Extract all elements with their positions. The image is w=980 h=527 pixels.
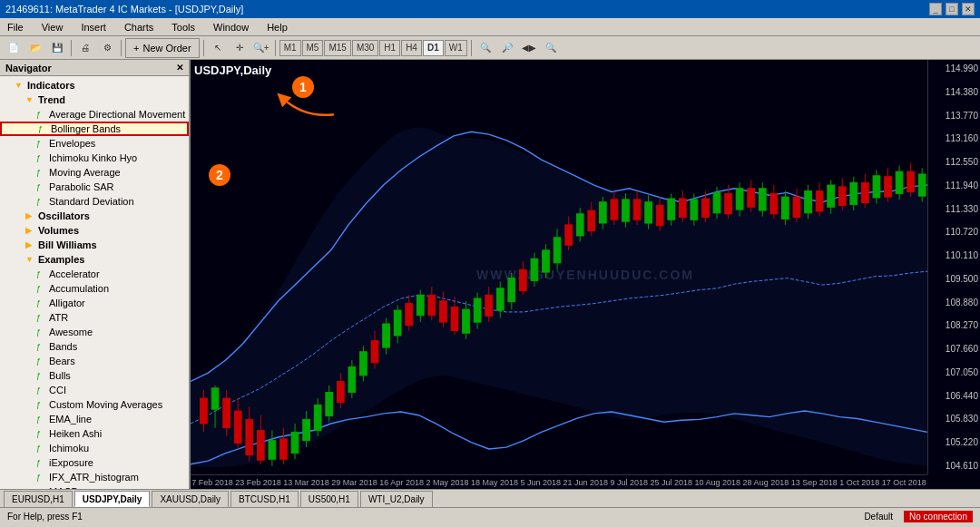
arrow-tool[interactable]: ↖	[208, 38, 228, 58]
svg-rect-39	[416, 295, 424, 315]
svg-rect-125	[907, 171, 915, 191]
nav-awesome[interactable]: ƒ Awesome	[0, 325, 189, 339]
nav-tree[interactable]: ▼ Indicators ▼ Trend ƒ Average Direction…	[0, 76, 189, 489]
svg-rect-21	[314, 405, 321, 431]
nav-oscillators-folder[interactable]: ▶ Oscillators	[0, 209, 189, 223]
nav-examples-folder[interactable]: ▼ Examples	[0, 252, 189, 267]
tf-h4[interactable]: H4	[401, 40, 422, 56]
open-button[interactable]: 📂	[25, 38, 45, 58]
nav-bollinger-bands[interactable]: ƒ Bollinger Bands	[0, 122, 189, 136]
nav-accumulation[interactable]: ƒ Accumulation	[0, 281, 189, 296]
date-12: 28 Aug 2018	[743, 478, 789, 487]
tab-wti[interactable]: WTI_U2,Daily	[360, 491, 433, 507]
nav-ema[interactable]: ƒ EMA_line	[0, 412, 189, 426]
tf-d1[interactable]: D1	[423, 40, 444, 56]
folder-icon-ex: ▼	[25, 255, 34, 264]
nav-envelopes[interactable]: ƒ Envelopes	[0, 136, 189, 151]
tab-eurusd[interactable]: EURUSD,H1	[4, 491, 73, 507]
zoom-in-chart[interactable]: 🔍	[475, 38, 495, 58]
svg-rect-1	[201, 398, 208, 424]
nav-ichi2-label: Ichimoku	[49, 443, 89, 454]
chart-svg[interactable]	[191, 60, 927, 474]
window-controls[interactable]: _ □ ✕	[929, 3, 975, 15]
date-4: 16 Apr 2018	[379, 478, 424, 487]
nav-billwilliams-folder[interactable]: ▶ Bill Williams	[0, 238, 189, 252]
price-label-2: 114.380	[930, 87, 978, 97]
nav-trend-folder[interactable]: ▼ Trend	[0, 93, 189, 107]
new-button[interactable]: 📄	[4, 38, 24, 58]
ind-icon-awe: ƒ	[36, 327, 45, 337]
config-button[interactable]: ⚙	[97, 38, 117, 58]
nav-cma[interactable]: ƒ Custom Moving Averages	[0, 397, 189, 412]
toolbar: 📄 📂 💾 🖨 ⚙ + New Order ↖ ✛ 🔍+ M1 M5 M15 M…	[0, 36, 980, 60]
title-bar: 21469611: MetaTrader 4 IC Markets - [USD…	[0, 0, 980, 18]
chart-date-axis: 7 Feb 2018 23 Feb 2018 13 Mar 2018 29 Ma…	[191, 474, 927, 489]
svg-rect-15	[280, 439, 288, 459]
chart-scroll[interactable]: ◀▶	[519, 38, 539, 58]
svg-rect-81	[656, 205, 663, 225]
nav-ifx[interactable]: ƒ IFX_ATR_histogram	[0, 470, 189, 484]
folder-icon-osc: ▶	[25, 211, 34, 220]
zoom-in-tool[interactable]: 🔍+	[251, 38, 271, 58]
indicator-icon-env: ƒ	[36, 139, 45, 148]
nav-heiken[interactable]: ƒ Heiken Ashi	[0, 426, 189, 441]
nav-bulls[interactable]: ƒ Bulls	[0, 368, 189, 383]
search-button[interactable]: 🔍	[541, 38, 561, 58]
menu-window[interactable]: Window	[210, 22, 252, 33]
nav-sar-label: Parabolic SAR	[49, 181, 114, 192]
menu-view[interactable]: View	[38, 22, 67, 33]
date-8: 21 Jun 2018	[563, 478, 608, 487]
tab-btcusd[interactable]: BTCUSD,H1	[230, 491, 299, 507]
tf-m15[interactable]: M15	[324, 40, 350, 56]
print-button[interactable]: 🖨	[75, 38, 95, 58]
nav-iexposure[interactable]: ƒ iExposure	[0, 455, 189, 470]
nav-admi[interactable]: ƒ Average Directional Movement Inde...	[0, 107, 189, 122]
svg-rect-103	[782, 197, 789, 219]
new-order-button[interactable]: + New Order	[125, 38, 200, 58]
menu-insert[interactable]: Insert	[77, 22, 110, 33]
menu-charts[interactable]: Charts	[121, 22, 157, 33]
tf-h1[interactable]: H1	[379, 40, 400, 56]
menu-help[interactable]: Help	[263, 22, 291, 33]
nav-atr[interactable]: ƒ ATR	[0, 310, 189, 325]
nav-ichimoku[interactable]: ƒ Ichimoku Kinko Hyo	[0, 151, 189, 165]
nav-all-label: Alligator	[49, 298, 85, 308]
nav-volumes-folder[interactable]: ▶ Volumes	[0, 223, 189, 238]
svg-rect-79	[645, 202, 652, 223]
chart-area[interactable]: WWW.NGUYENHUUDUC.COM USDJPY,Daily	[191, 60, 980, 489]
tf-m5[interactable]: M5	[302, 40, 324, 56]
svg-rect-55	[508, 278, 515, 302]
tab-us500[interactable]: US500,H1	[300, 491, 358, 507]
nav-bears[interactable]: ƒ Bears	[0, 354, 189, 368]
svg-rect-59	[531, 259, 538, 280]
price-label-17: 105.220	[930, 437, 978, 447]
svg-rect-71	[599, 202, 606, 223]
save-button[interactable]: 💾	[47, 38, 67, 58]
nav-macd[interactable]: ƒ MACD	[0, 484, 189, 489]
minimize-button[interactable]: _	[929, 3, 942, 15]
nav-stddev[interactable]: ƒ Standard Deviation	[0, 194, 189, 209]
tab-usdjpy[interactable]: USDJPY,Daily	[74, 491, 151, 507]
tab-xauusd[interactable]: XAUUSD,Daily	[152, 491, 229, 507]
zoom-out-chart[interactable]: 🔎	[497, 38, 517, 58]
svg-rect-31	[371, 341, 378, 363]
nav-alligator[interactable]: ƒ Alligator	[0, 296, 189, 310]
nav-bands[interactable]: ƒ Bands	[0, 339, 189, 354]
menu-tools[interactable]: Tools	[168, 22, 199, 33]
nav-ma[interactable]: ƒ Moving Average	[0, 165, 189, 180]
tf-w1[interactable]: W1	[445, 40, 467, 56]
menu-file[interactable]: File	[4, 22, 27, 33]
nav-accelerator[interactable]: ƒ Accelerator	[0, 267, 189, 281]
nav-indicators-folder[interactable]: ▼ Indicators	[0, 78, 189, 93]
status-right: Default No connection	[864, 511, 973, 522]
tf-m1[interactable]: M1	[279, 40, 301, 56]
nav-cci[interactable]: ƒ CCI	[0, 383, 189, 397]
price-label-6: 111.940	[930, 181, 978, 190]
tf-m30[interactable]: M30	[352, 40, 378, 56]
nav-ichimoku2[interactable]: ƒ Ichimoku	[0, 441, 189, 455]
nav-parabolic[interactable]: ƒ Parabolic SAR	[0, 180, 189, 194]
crosshair-tool[interactable]: ✛	[230, 38, 250, 58]
navigator-close-button[interactable]: ✕	[176, 63, 183, 73]
maximize-button[interactable]: □	[946, 3, 958, 15]
close-button[interactable]: ✕	[962, 3, 975, 15]
